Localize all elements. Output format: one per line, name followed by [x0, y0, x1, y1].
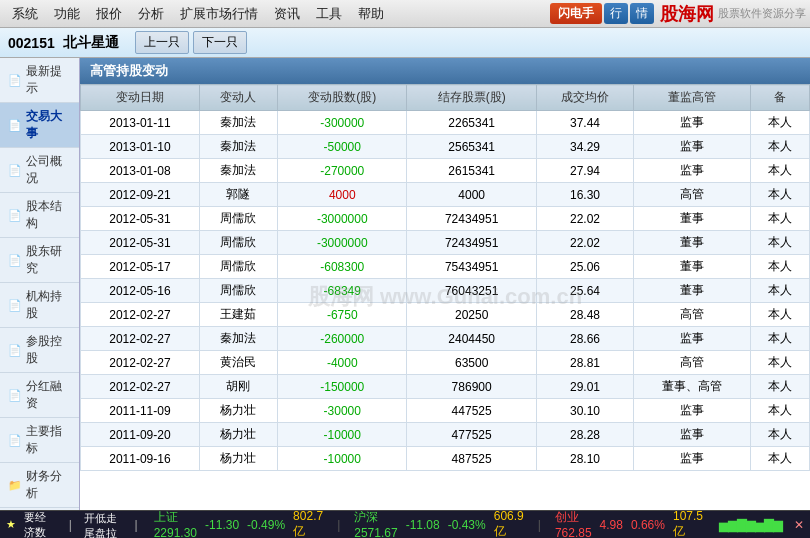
cell-6: 本人 [750, 231, 809, 255]
sidebar-item-equity-holdings[interactable]: 参股控股 [0, 328, 79, 373]
menu-help[interactable]: 帮助 [350, 3, 392, 25]
cell-2: -68349 [278, 279, 407, 303]
sidebar-item-key-indicators[interactable]: 主要指标 [0, 418, 79, 463]
cell-3: 4000 [407, 183, 536, 207]
cell-0: 2012-02-27 [81, 375, 200, 399]
cell-4: 27.94 [536, 159, 633, 183]
prev-stock-button[interactable]: 上一只 [135, 31, 189, 54]
sidebar-item-share-structure[interactable]: 股本结构 [0, 193, 79, 238]
cell-0: 2011-09-16 [81, 447, 200, 471]
menu-quote[interactable]: 报价 [88, 3, 130, 25]
table-row[interactable]: 2011-11-09杨力壮-3000044752530.10监事本人 [81, 399, 810, 423]
table-row[interactable]: 2013-01-11秦加法-300000226534137.44监事本人 [81, 111, 810, 135]
table-row[interactable]: 2012-02-27王建茹-67502025028.48高管本人 [81, 303, 810, 327]
cell-2: -260000 [278, 327, 407, 351]
cell-5: 高管 [634, 183, 751, 207]
file-icon [8, 73, 22, 87]
sidebar-item-dividends[interactable]: 分红融资 [0, 373, 79, 418]
cell-1: 秦加法 [199, 135, 277, 159]
menu-function[interactable]: 功能 [46, 3, 88, 25]
table-row[interactable]: 2012-02-27秦加法-260000240445028.66监事本人 [81, 327, 810, 351]
cell-1: 黄治民 [199, 351, 277, 375]
market-btn-1[interactable]: 行 [604, 3, 628, 24]
cell-0: 2012-02-27 [81, 303, 200, 327]
cell-2: -300000 [278, 111, 407, 135]
col-header-change-shares: 变动股数(股) [278, 85, 407, 111]
market-btn-2[interactable]: 情 [630, 3, 654, 24]
cell-6: 本人 [750, 255, 809, 279]
sidebar-item-company-overview[interactable]: 公司概况 [0, 148, 79, 193]
sidebar-item-latest-hints[interactable]: 最新提示 [0, 58, 79, 103]
cell-1: 杨力壮 [199, 447, 277, 471]
sidebar-item-trading-events[interactable]: 交易大事 [0, 103, 79, 148]
cell-3: 20250 [407, 303, 536, 327]
table-row[interactable]: 2012-05-16周儒欣-683497604325125.64董事本人 [81, 279, 810, 303]
table-row[interactable]: 2013-01-08秦加法-270000261534127.94监事本人 [81, 159, 810, 183]
table-row[interactable]: 2012-05-31周儒欣-30000007243495122.02董事本人 [81, 207, 810, 231]
table-row[interactable]: 2012-02-27胡刚-15000078690029.01董事、高管本人 [81, 375, 810, 399]
cell-5: 监事 [634, 327, 751, 351]
cell-6: 本人 [750, 399, 809, 423]
index-shanghai-change: -11.30 [205, 518, 239, 532]
cell-3: 63500 [407, 351, 536, 375]
menu-tools[interactable]: 工具 [308, 3, 350, 25]
sidebar: 最新提示 交易大事 公司概况 股本结构 股东研究 机构持股 参股控股 分红融资 [0, 58, 80, 510]
col-header-role: 董监高管 [634, 85, 751, 111]
cell-4: 34.29 [536, 135, 633, 159]
cell-0: 2011-09-20 [81, 423, 200, 447]
cell-4: 25.06 [536, 255, 633, 279]
cell-1: 秦加法 [199, 327, 277, 351]
cell-1: 周儒欣 [199, 279, 277, 303]
cell-6: 本人 [750, 135, 809, 159]
cell-1: 周儒欣 [199, 207, 277, 231]
flash-button[interactable]: 闪电手 [550, 3, 602, 24]
cell-4: 28.28 [536, 423, 633, 447]
sidebar-item-institutional-holdings[interactable]: 机构持股 [0, 283, 79, 328]
stock-info-bar: 002151 北斗星通 上一只 下一只 [0, 28, 810, 58]
cell-1: 郭隧 [199, 183, 277, 207]
cell-2: -608300 [278, 255, 407, 279]
next-stock-button[interactable]: 下一只 [193, 31, 247, 54]
cell-0: 2012-05-16 [81, 279, 200, 303]
main-layout: 最新提示 交易大事 公司概况 股本结构 股东研究 机构持股 参股控股 分红融资 [0, 58, 810, 510]
table-row[interactable]: 2013-01-10秦加法-50000256534134.29监事本人 [81, 135, 810, 159]
cell-2: -270000 [278, 159, 407, 183]
menu-system[interactable]: 系统 [4, 3, 46, 25]
table-row[interactable]: 2012-02-27黄治民-40006350028.81高管本人 [81, 351, 810, 375]
table-row[interactable]: 2011-09-16杨力壮-1000048752528.10监事本人 [81, 447, 810, 471]
cell-6: 本人 [750, 327, 809, 351]
cell-6: 本人 [750, 351, 809, 375]
cell-2: -3000000 [278, 207, 407, 231]
menu-extended-market[interactable]: 扩展市场行情 [172, 3, 266, 25]
sidebar-item-financial-analysis[interactable]: 财务分析 [0, 463, 79, 508]
index-chuangye-vol: 107.5亿 [673, 510, 703, 538]
cell-6: 本人 [750, 207, 809, 231]
cell-2: -10000 [278, 447, 407, 471]
ticker-item1: 收评：期指高开低走 尾盘拉升收涨0.11% [84, 510, 119, 538]
content-title: 高管持股变动 [80, 58, 810, 84]
table-row[interactable]: 2012-05-31周儒欣-30000007243495122.02董事本人 [81, 231, 810, 255]
cell-5: 董事 [634, 231, 751, 255]
cell-3: 2265341 [407, 111, 536, 135]
ticker-close-button[interactable]: ✕ [794, 518, 804, 532]
table-row[interactable]: 2012-09-21郭隧4000400016.30高管本人 [81, 183, 810, 207]
ticker-news: *全球已公布重要经济数据（1月25日） [24, 510, 57, 538]
mini-chart: ▅▆▇▆▅▇▆ [719, 517, 782, 532]
stock-name: 北斗星通 [63, 34, 119, 52]
menu-news[interactable]: 资讯 [266, 3, 308, 25]
cell-2: 4000 [278, 183, 407, 207]
cell-2: -3000000 [278, 231, 407, 255]
sidebar-item-financial-transparency[interactable]: 财务透视 [0, 508, 79, 510]
table-row[interactable]: 2012-05-17周儒欣-6083007543495125.06董事本人 [81, 255, 810, 279]
index-hushen-change: -11.08 [406, 518, 440, 532]
table-wrapper[interactable]: 股海网 www.Guhai.com.cn 变动日期 变动人 变动股数(股) 结存… [80, 84, 810, 510]
cell-6: 本人 [750, 111, 809, 135]
cell-0: 2013-01-11 [81, 111, 200, 135]
cell-1: 杨力壮 [199, 399, 277, 423]
cell-2: -50000 [278, 135, 407, 159]
cell-5: 董事 [634, 207, 751, 231]
table-row[interactable]: 2011-09-20杨力壮-1000047752528.28监事本人 [81, 423, 810, 447]
sidebar-item-shareholder-research[interactable]: 股东研究 [0, 238, 79, 283]
cell-2: -6750 [278, 303, 407, 327]
menu-analysis[interactable]: 分析 [130, 3, 172, 25]
